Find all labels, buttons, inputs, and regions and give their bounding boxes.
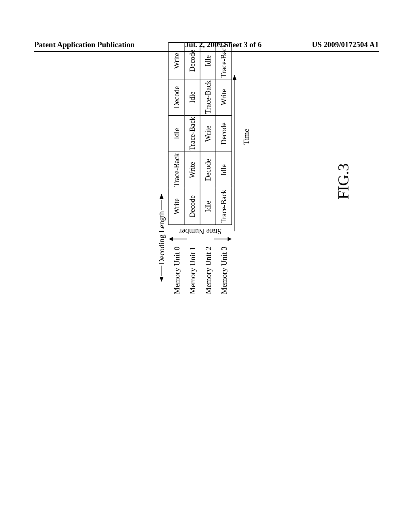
svg-marker-2 xyxy=(169,237,173,241)
grid-cell: Decode xyxy=(216,115,232,152)
time-axis-line xyxy=(234,78,235,231)
figure-content-row: Memory Unit 0 Memory Unit 1 Memory Unit … xyxy=(169,69,232,294)
decoding-length-line-left xyxy=(161,266,162,276)
svg-marker-0 xyxy=(160,277,164,282)
grid-cell: Trace-Back xyxy=(200,79,216,115)
svg-marker-5 xyxy=(227,237,232,241)
grid-cell: Trace-Back xyxy=(169,152,184,188)
svg-marker-1 xyxy=(160,194,164,199)
grid-cell: Decode xyxy=(184,43,200,79)
state-number-axis xyxy=(169,236,232,242)
grid-cell: Idle xyxy=(169,115,184,152)
grid-cell: Idle xyxy=(216,152,232,188)
grid-cell: Idle xyxy=(200,188,216,224)
header-right: US 2009/0172504 A1 xyxy=(312,40,379,49)
grid-cell: Write xyxy=(184,152,200,188)
decoding-length-text: Decoding Length xyxy=(157,211,166,264)
memory-unit-labels: Memory Unit 0 Memory Unit 1 Memory Unit … xyxy=(169,247,232,294)
svg-marker-6 xyxy=(233,75,237,80)
table-row: Decode Write Trace-Back Idle Decode xyxy=(184,43,200,225)
time-axis: Time xyxy=(234,22,251,231)
memory-unit-label-2: Memory Unit 2 xyxy=(200,247,216,294)
memory-unit-label-3: Memory Unit 3 xyxy=(216,247,232,294)
memory-unit-label-1: Memory Unit 1 xyxy=(184,247,200,294)
memory-unit-label-0: Memory Unit 0 xyxy=(169,247,184,294)
figure-inner: Decoding Length Memory Unit 0 Memory Uni… xyxy=(157,69,251,294)
state-timing-grid: Write Trace-Back Idle Decode Write Decod… xyxy=(169,42,232,225)
decoding-length-label-row: Decoding Length xyxy=(157,125,166,351)
arrow-right-icon xyxy=(160,194,164,199)
grid-cell: Write xyxy=(169,43,184,79)
decoding-length-line-right xyxy=(161,200,162,210)
grid-cell: Idle xyxy=(184,79,200,115)
grid-cell: Decode xyxy=(184,188,200,224)
grid-cell: Write xyxy=(200,115,216,152)
arrow-left-icon xyxy=(160,277,164,282)
grid-cell: Decode xyxy=(200,152,216,188)
table-row: Idle Decode Write Trace-Back Idle xyxy=(200,43,216,225)
grid-cell: Trace-Back xyxy=(216,188,232,224)
table-row: Write Trace-Back Idle Decode Write xyxy=(169,43,184,225)
table-row: Trace-Back Idle Decode Write Trace-Back xyxy=(216,43,232,225)
state-number-text: State Number xyxy=(169,227,232,236)
grid-cell: Decode xyxy=(169,79,184,115)
grid-cell: Write xyxy=(216,79,232,115)
figure-rotated-container: Decoding Length Memory Unit 0 Memory Uni… xyxy=(93,30,315,332)
time-axis-label: Time xyxy=(242,22,251,251)
grid-cell: Trace-Back xyxy=(216,43,232,79)
grid-cell: Idle xyxy=(200,43,216,79)
grid-cell: Trace-Back xyxy=(184,115,200,152)
grid-cell: Write xyxy=(169,188,184,224)
figure-caption: FIG.3 xyxy=(334,163,352,200)
arrow-right-icon xyxy=(233,75,237,80)
